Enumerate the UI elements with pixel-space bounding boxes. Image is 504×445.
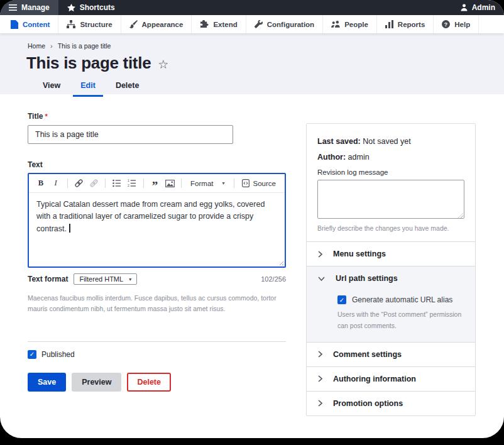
shortcuts-label: Shortcuts [80, 3, 115, 12]
svg-text:2: 2 [128, 184, 129, 187]
caret-down-icon: ▾ [222, 180, 224, 186]
manage-menu-button[interactable]: Manage [0, 0, 58, 15]
toolbar-item-structure[interactable]: Structure [58, 15, 121, 33]
character-count: 102/256 [261, 275, 286, 283]
chevron-right-icon [318, 251, 322, 258]
breadcrumb-current: This is a page title [58, 42, 111, 50]
authoring-information-toggle[interactable]: Authoring information [307, 367, 475, 391]
save-button[interactable]: Save [28, 373, 66, 392]
toolbar-item-label: Appearance [142, 21, 184, 28]
toolbar-item-label: Configuration [267, 21, 314, 28]
admin-toolbar: Content Structure Appearance Extend Conf… [0, 15, 504, 33]
toolbar-item-people[interactable]: People [323, 15, 377, 33]
page-header: Home › This is a page title This is page… [0, 33, 504, 94]
toolbar-item-label: People [344, 21, 368, 28]
bullet-list-icon[interactable] [111, 177, 123, 189]
file-icon [11, 20, 18, 29]
url-alias-label: Generate automatic URL alias [352, 295, 452, 304]
manage-label: Manage [21, 3, 50, 12]
chevron-down-icon [318, 277, 325, 281]
form-divider [28, 341, 286, 342]
section-authoring-information: Authoring information [307, 366, 475, 391]
toolbar-item-help[interactable]: ? Help [434, 15, 479, 33]
people-icon [331, 20, 340, 28]
text-format-value: Filtered HTML [79, 275, 123, 283]
revision-log-textarea[interactable] [317, 180, 464, 219]
numbered-list-icon[interactable]: 12 [126, 177, 138, 189]
toolbar-item-extend[interactable]: Extend [192, 15, 246, 33]
svg-text:1: 1 [128, 179, 129, 182]
italic-button[interactable]: I [50, 177, 62, 189]
section-title: Comment settings [333, 350, 402, 359]
section-comment-settings: Comment settings [307, 342, 475, 366]
toolbar-item-reports[interactable]: Reports [377, 15, 434, 33]
sitemap-icon [67, 20, 75, 28]
blockquote-icon[interactable]: ” [149, 177, 162, 189]
breadcrumb-home-link[interactable]: Home [28, 42, 45, 50]
last-saved-label: Last saved: [317, 137, 361, 146]
source-button-label: Source [253, 180, 275, 187]
format-dropdown-label: Format [190, 180, 213, 187]
node-meta-sidebar: Last saved: Not saved yet Author: admin … [306, 123, 476, 416]
toolbar-item-content[interactable]: Content [0, 15, 58, 33]
shortcuts-menu-button[interactable]: Shortcuts [58, 0, 124, 15]
toolbar-separator [105, 179, 106, 188]
section-title: Menu settings [333, 250, 386, 258]
delete-button[interactable]: Delete [127, 373, 171, 392]
revision-log-description: Briefly describe the changes you have ma… [317, 224, 464, 232]
format-dropdown[interactable]: Format ▾ [187, 180, 228, 187]
tab-view[interactable]: View [35, 77, 68, 97]
favorite-star-icon[interactable]: ☆ [158, 57, 168, 72]
url-path-settings-toggle[interactable]: Url path settings [307, 266, 475, 290]
rich-text-editor: B I 12 ” [28, 173, 286, 268]
editor-text: Typical Catalan dessert made from cream … [36, 200, 265, 233]
menu-settings-toggle[interactable]: Menu settings [307, 242, 475, 266]
bar-chart-icon [385, 20, 393, 28]
text-cursor [69, 224, 70, 233]
brush-icon [129, 20, 138, 28]
toolbar-separator [143, 179, 144, 188]
star-icon [67, 4, 75, 12]
toolbar-item-configuration[interactable]: Configuration [246, 15, 323, 33]
link-icon[interactable] [73, 177, 85, 189]
url-alias-description: Users with the “Post comment” permission… [337, 309, 464, 332]
last-saved-value: Not saved yet [363, 137, 410, 146]
published-label: Published [41, 350, 75, 359]
preview-button[interactable]: Preview [72, 373, 121, 392]
toolbar-item-label: Extend [213, 21, 237, 28]
bold-button[interactable]: B [35, 177, 47, 189]
toolbar-separator [67, 179, 68, 188]
source-button[interactable]: Source [239, 179, 278, 187]
url-alias-checkbox-row[interactable]: ✓ Generate automatic URL alias [337, 295, 464, 304]
published-checkbox[interactable]: ✓ [28, 350, 36, 359]
tab-delete[interactable]: Delete [108, 77, 147, 97]
breadcrumb: Home › This is a page title [28, 42, 504, 50]
image-icon[interactable] [163, 177, 176, 189]
section-menu-settings: Menu settings [307, 241, 475, 266]
text-field-label: Text [28, 160, 286, 169]
comment-settings-toggle[interactable]: Comment settings [307, 343, 475, 366]
toolbar-item-appearance[interactable]: Appearance [121, 15, 192, 33]
chevron-right-icon [318, 375, 322, 382]
promotion-options-toggle[interactable]: Promotion options [307, 392, 475, 415]
revision-log-label: Revision log message [317, 168, 464, 176]
text-format-select[interactable]: Filtered HTML ▾ [74, 273, 137, 285]
chevron-right-icon [318, 351, 322, 358]
required-asterisk: * [45, 113, 47, 120]
unlink-icon[interactable] [87, 177, 100, 189]
editor-content-area[interactable]: Typical Catalan dessert made from cream … [29, 193, 285, 266]
tab-edit[interactable]: Edit [73, 77, 103, 97]
app-window: Manage Shortcuts Admin Content [0, 0, 504, 438]
title-input[interactable] [28, 125, 233, 144]
admin-user-button[interactable]: Admin [452, 0, 504, 15]
svg-text:?: ? [444, 21, 447, 28]
author-row: Author: admin [317, 153, 464, 162]
section-promotion-options: Promotion options [307, 391, 475, 415]
puzzle-icon [200, 20, 209, 28]
published-checkbox-row[interactable]: ✓ Published [28, 350, 286, 359]
url-alias-checkbox[interactable]: ✓ [337, 295, 346, 304]
toolbar-separator [181, 179, 182, 188]
text-format-label: Text format [28, 275, 68, 283]
toolbar-item-label: Reports [398, 21, 425, 28]
wrench-icon [255, 20, 263, 28]
